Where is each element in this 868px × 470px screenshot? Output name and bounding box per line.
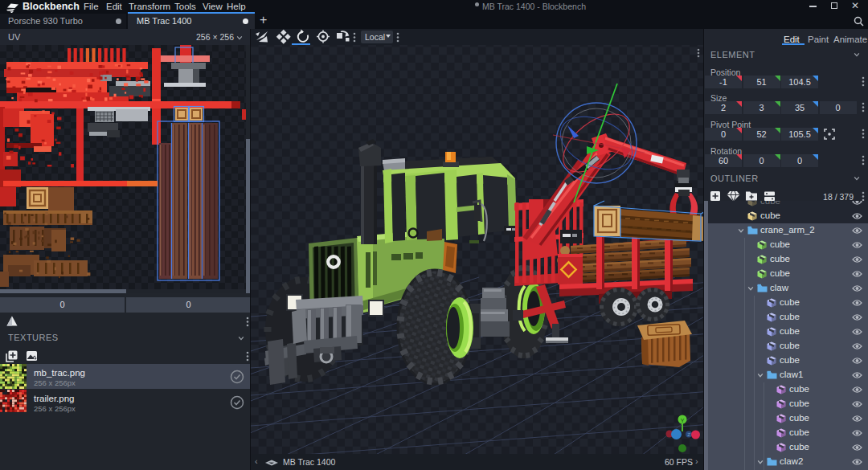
svg-text:Y: Y <box>681 418 685 423</box>
svg-text:Z: Z <box>687 432 690 437</box>
